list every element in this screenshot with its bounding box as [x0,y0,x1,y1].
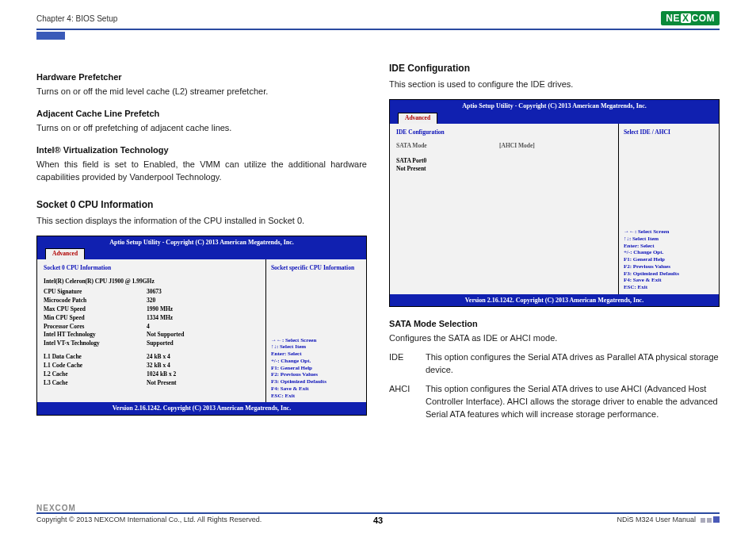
row-val: 1990 MHz [147,305,173,314]
row-key: Max CPU Speed [44,305,147,314]
bios-right-pane: Select IDE / AHCI →←: Select Screen ↑↓: … [619,124,719,294]
row-key: Microcode Patch [44,297,147,305]
right-column: IDE Configuration This section is used t… [389,62,720,421]
row-key: L2 Cache [44,370,147,379]
help-line: F4: Save & Exit [624,277,714,284]
bios-title: Aptio Setup Utility - Copyright (C) 2013… [37,236,366,249]
help-line: F1: General Help [624,256,714,263]
bios-panel-ide-config: Aptio Setup Utility - Copyright (C) 2013… [389,99,720,307]
help-line: F2: Previous Values [271,371,361,378]
help-line: F4: Save & Exit [271,385,361,393]
accent-tab [36,32,65,40]
bios-help-title: Select IDE / AHCI [624,128,714,137]
row-val: 24 kB x 4 [147,353,170,362]
sata-mode-key: SATA Mode [396,142,499,151]
row-val: 1334 MHz [147,314,173,323]
cpu-name: Intel(R) Celeron(R) CPU J1900 @ 1.99GHz [44,278,261,286]
row-val: 32 kB x 4 [147,362,170,370]
footer-logo: NEXCOM [36,504,720,512]
sata-port0-status: Not Present [396,165,499,174]
logo-x-icon: X [681,13,691,23]
brand-logo: NE X COM [661,11,720,25]
ide-term: IDE [389,351,416,377]
ide-desc: This option configures the Serial ATA dr… [426,351,720,377]
row-val: 30673 [147,288,162,297]
text-intel-vt: When this field is set to Enabled, the V… [36,159,367,184]
row-val: Not Present [147,379,177,388]
help-line: ESC: Exit [271,393,361,400]
header-rule [36,29,720,30]
text-ide-config: This section is used to configure the ID… [389,79,720,91]
help-line: →←: Select Screen [271,337,361,344]
bios-key-help: →←: Select Screen ↑↓: Select Item Enter:… [624,228,714,291]
bios-tab-advanced[interactable]: Advanced [45,248,85,259]
ahci-term: AHCI [389,383,416,421]
row-key: L1 Data Cache [44,353,147,362]
bios-footer: Version 2.16.1242. Copyright (C) 2013 Am… [390,294,719,307]
help-line: +/-: Change Opt. [271,358,361,365]
sata-port0-label: SATA Port0 [396,157,499,166]
row-key: Processor Cores [44,323,147,332]
help-line: +/-: Change Opt. [624,249,714,256]
text-sata-mode: Configures the SATA as IDE or AHCI mode. [389,332,720,345]
help-line: Enter: Select [271,351,361,358]
footer-rule [36,512,720,514]
heading-adjacent-cache: Adjacent Cache Line Prefetch [36,108,367,121]
logo-text-b: COM [692,13,716,24]
logo-text-a: NE [666,13,680,24]
text-hardware-prefetcher: Turns on or off the mid level cache (L2)… [36,86,367,98]
bios-left-pane: Socket 0 CPU Information Intel(R) Celero… [37,259,266,402]
row-val: Supported [147,339,174,348]
heading-sata-mode: SATA Mode Selection [389,318,720,331]
row-key: Intel HT Technology [44,331,147,339]
row-key: L3 Cache [44,379,147,388]
page-number: 43 [0,516,756,525]
bios-title: Aptio Setup Utility - Copyright (C) 2013… [390,100,719,113]
heading-intel-vt: Intel® Virtualization Technology [36,144,367,157]
help-line: ↑↓: Select Item [271,343,361,351]
row-key: Intel VT-x Technology [44,339,147,348]
bios-footer: Version 2.16.1242. Copyright (C) 2013 Am… [37,402,366,415]
help-line: F1: General Help [271,365,361,372]
ahci-desc: This option configures the Serial ATA dr… [426,383,720,421]
row-val: 320 [147,297,155,305]
heading-socket0: Socket 0 CPU Information [36,198,367,212]
text-socket0: This section displays the information of… [36,215,367,228]
bios-left-pane: IDE Configuration SATA Mode [AHCI Mode] … [390,124,619,294]
help-line: →←: Select Screen [624,228,714,236]
help-line: ESC: Exit [624,284,714,291]
help-line: F2: Previous Values [624,263,714,270]
left-column: Hardware Prefetcher Turns on or off the … [36,62,367,421]
row-key: Min CPU Speed [44,314,147,323]
help-line: F3: Optimized Defaults [271,378,361,385]
help-line: Enter: Select [624,243,714,250]
bios-help-title: Socket specific CPU Information [271,264,361,273]
bios-tab-row: Advanced [390,113,719,124]
bios-right-pane: Socket specific CPU Information →←: Sele… [266,259,366,402]
heading-ide-config: IDE Configuration [389,62,720,75]
bios-key-help: →←: Select Screen ↑↓: Select Item Enter:… [271,337,361,400]
bios-tab-row: Advanced [37,248,366,259]
text-adjacent-cache: Turns on or off prefetching of adjacent … [36,122,367,135]
row-val: 1024 kB x 2 [147,370,176,379]
heading-hardware-prefetcher: Hardware Prefetcher [36,71,367,84]
bios-tab-advanced[interactable]: Advanced [398,113,437,124]
bios-section-title: IDE Configuration [396,128,613,137]
row-key: L1 Code Cache [44,362,147,370]
row-val: 4 [147,323,150,332]
help-line: F3: Optimized Defaults [624,270,714,278]
help-line: ↑↓: Select Item [624,236,714,243]
row-val: Not Supported [147,331,184,339]
bios-section-title: Socket 0 CPU Information [44,264,261,273]
bios-panel-cpu-info: Aptio Setup Utility - Copyright (C) 2013… [36,236,367,416]
row-key: CPU Signature [44,288,147,297]
chapter-title: Chapter 4: BIOS Setup [36,14,117,23]
sata-mode-value[interactable]: [AHCI Mode] [499,142,535,151]
